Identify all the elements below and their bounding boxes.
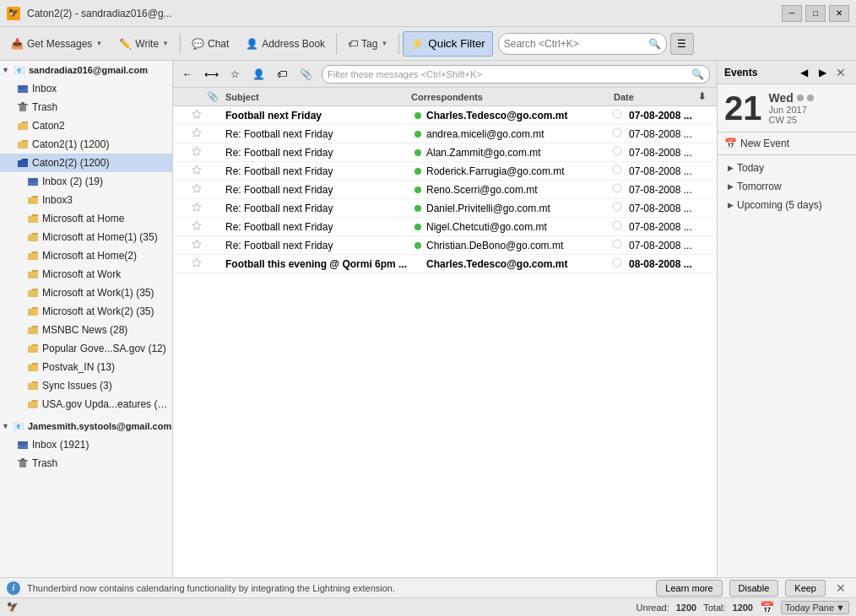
sidebar-folder-inbox3[interactable]: Inbox3 (0, 191, 172, 209)
email-row[interactable]: Re: Football next Friday Nigel.Chetcuti@… (173, 218, 717, 236)
sidebar-folder-inbox-(2)-(19)[interactable]: Inbox (2) (19) (0, 172, 172, 191)
learn-more-button[interactable]: Learn more (656, 580, 722, 597)
junk-icon (612, 202, 629, 214)
sidebar-folder-usa.gov-upda...eatures-(10)[interactable]: USA.gov Upda...eatures (10) (0, 395, 172, 413)
email-row[interactable]: Football next Friday Charles.Tedesco@go.… (173, 106, 717, 125)
back-button[interactable]: ← (176, 64, 198, 84)
sidebar-folder-microsoft-at-home(1)-(35)[interactable]: Microsoft at Home(1) (35) (0, 228, 172, 246)
star-icon[interactable] (192, 239, 207, 251)
junk-icon (612, 109, 629, 122)
calendar-prev-button[interactable]: ◀ (795, 64, 812, 81)
separator-3 (398, 34, 399, 54)
email-row[interactable]: Re: Football next Friday Christian.DeBon… (173, 236, 717, 255)
svg-rect-1 (19, 105, 26, 111)
star-toolbar-button[interactable]: ☆ (224, 64, 246, 84)
svg-point-18 (613, 184, 621, 192)
maximize-button[interactable]: □ (805, 5, 826, 22)
email-row[interactable]: Re: Football next Friday Roderick.Farrug… (173, 162, 717, 181)
today-pane-button[interactable]: Today Pane ▼ (781, 601, 849, 614)
email-list: 📎 Subject Correspondents Date ⬇ Football… (173, 88, 717, 577)
calendar-close-button[interactable]: ✕ (832, 64, 849, 81)
sidebar-folder-caton2(1)-(1200)[interactable]: Caton2(1) (1200) (0, 135, 172, 154)
new-event-button[interactable]: 📅 New Event (718, 132, 856, 154)
star-icon[interactable] (192, 183, 207, 196)
sidebar-folder-microsoft-at-work[interactable]: Microsoft at Work (0, 265, 172, 284)
sidebar-folder-microsoft-at-home[interactable]: Microsoft at Home (0, 209, 172, 228)
account-jamesmith[interactable]: ▼ 📧 Jamesmith.systools@gmail.com (0, 417, 172, 435)
sidebar-folder-popular-gove...sa.gov-(12)[interactable]: Popular Gove...SA.gov (12) (0, 339, 172, 358)
thread-button[interactable]: ⟷ (200, 64, 222, 84)
col-subject-header[interactable]: Subject (222, 92, 394, 102)
calendar-date-details: Wed Jun 2017 CW 25 (769, 91, 814, 125)
folder-label: Inbox3 (42, 194, 73, 206)
filter-search-box[interactable]: Filter these messages <Ctrl+Shift+K> 🔍 (322, 65, 710, 84)
sidebar-folder-microsoft-at-work(1)-(35)[interactable]: Microsoft at Work(1) (35) (0, 284, 172, 302)
sidebar-folder2-inbox-(1921)[interactable]: Inbox (1921) (0, 435, 172, 454)
email-subject: Football this evening @ Qormi 6pm ... (222, 258, 409, 270)
col-date-header[interactable]: Date (614, 92, 698, 102)
star-icon[interactable] (192, 257, 207, 270)
address-book-button[interactable]: 👤 Address Book (238, 31, 333, 57)
minimize-button[interactable]: ─ (782, 5, 802, 22)
unread-count: 1200 (676, 602, 696, 613)
sidebar-folder-inbox[interactable]: Inbox (0, 79, 172, 98)
folder-label: Trash (32, 101, 57, 113)
sidebar-folder-caton2[interactable]: Caton2 (0, 116, 172, 135)
svg-point-12 (613, 128, 621, 137)
star-icon[interactable] (192, 109, 207, 122)
email-row[interactable]: Re: Football next Friday Alan.Zammit@go.… (173, 143, 717, 162)
menu-button[interactable]: ☰ (670, 33, 694, 55)
disable-button[interactable]: Disable (729, 580, 779, 597)
new-event-icon: 📅 (724, 138, 737, 149)
folder-label: Caton2(1) (1200) (32, 138, 109, 150)
star-icon[interactable] (192, 220, 207, 233)
sidebar-folder-caton2(2)-(1200)[interactable]: Caton2(2) (1200) (0, 154, 172, 172)
star-icon[interactable] (192, 127, 207, 140)
svg-point-16 (613, 165, 621, 174)
sidebar-folder-trash[interactable]: Trash (0, 98, 172, 116)
svg-rect-5 (18, 441, 28, 449)
write-button[interactable]: ✏️ Write ▼ (111, 31, 176, 57)
col-correspondents-header[interactable]: Correspondents (411, 92, 597, 102)
search-box[interactable]: 🔍 (498, 33, 667, 55)
chat-button[interactable]: 💬 Chat (184, 31, 236, 57)
get-messages-button[interactable]: 📥 Get Messages ▼ (3, 31, 110, 57)
keep-button[interactable]: Keep (785, 580, 826, 597)
notification-close-button[interactable]: ✕ (832, 580, 849, 597)
folder-label: USA.gov Upda...eatures (10) (42, 398, 169, 410)
email-row[interactable]: Re: Football next Friday Daniel.Privitel… (173, 199, 717, 218)
calendar-section-today[interactable]: ▶ Today (724, 159, 849, 177)
attach-button[interactable]: 📎 (295, 64, 317, 84)
folder-label: Microsoft at Work(1) (35) (42, 287, 154, 299)
sidebar-folder-msnbc-news-(28)[interactable]: MSNBC News (28) (0, 321, 172, 339)
sort-icon[interactable]: ⬇ (698, 91, 713, 102)
star-icon[interactable] (192, 202, 207, 214)
calendar-section-tomorrow[interactable]: ▶ Tomorrow (724, 177, 849, 196)
folder-label: Caton2 (32, 120, 65, 132)
sidebar-folder-microsoft-at-work(2)-(35)[interactable]: Microsoft at Work(2) (35) (0, 302, 172, 321)
get-messages-dropdown-icon: ▼ (95, 40, 102, 47)
svg-marker-9 (192, 110, 201, 118)
star-icon[interactable] (192, 165, 207, 177)
sidebar: ▼ 📧 sandradiaz016@gmail.com InboxTrashCa… (0, 61, 173, 577)
quick-filter-button[interactable]: ⚡ Quick Filter (403, 31, 492, 57)
sidebar-folder2-trash[interactable]: Trash (0, 454, 172, 473)
email-correspondent: Daniel.Privitelli@go.com.mt (426, 203, 612, 214)
star-icon[interactable] (192, 146, 207, 159)
svg-point-26 (613, 258, 621, 267)
tag-toolbar-button[interactable]: 🏷 (271, 64, 293, 84)
sidebar-folder-postvak_in-(13)[interactable]: Postvak_IN (13) (0, 358, 172, 376)
close-button[interactable]: ✕ (829, 5, 849, 22)
read-dot (409, 186, 426, 193)
calendar-section-upcoming-(5-days)[interactable]: ▶ Upcoming (5 days) (724, 196, 849, 214)
tag-button[interactable]: 🏷 Tag ▼ (340, 31, 395, 57)
email-row[interactable]: Re: Football next Friday Reno.Scerri@go.… (173, 181, 717, 199)
email-row[interactable]: Football this evening @ Qormi 6pm ... Ch… (173, 255, 717, 273)
sidebar-folder-sync-issues-(3)[interactable]: Sync Issues (3) (0, 376, 172, 395)
calendar-next-button[interactable]: ▶ (814, 64, 831, 81)
account-sandradiaz[interactable]: ▼ 📧 sandradiaz016@gmail.com (0, 61, 172, 79)
search-input[interactable] (504, 38, 645, 50)
sidebar-folder-microsoft-at-home(2)[interactable]: Microsoft at Home(2) (0, 246, 172, 265)
contact-button[interactable]: 👤 (247, 64, 269, 84)
email-row[interactable]: Re: Football next Friday andrea.miceli@g… (173, 125, 717, 143)
